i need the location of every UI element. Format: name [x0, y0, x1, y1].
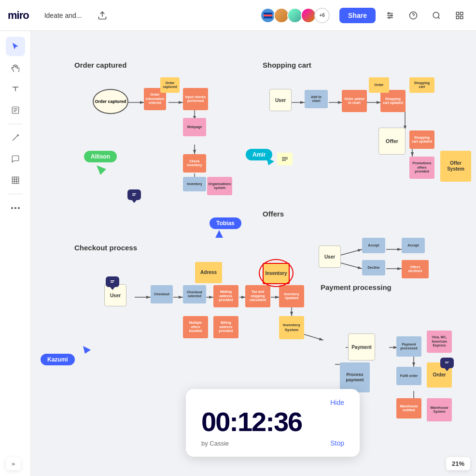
tobias-cursor-arrow: [215, 230, 223, 240]
checkout-selected-sticky[interactable]: Checkout selected: [183, 285, 206, 303]
amir-comment-icon[interactable]: [277, 153, 293, 165]
nav-arrows[interactable]: »: [6, 457, 21, 470]
share-button[interactable]: Share: [339, 8, 376, 23]
line-tool[interactable]: [6, 128, 25, 147]
tax-shipping-sticky[interactable]: Tax and shipping calculated: [245, 285, 270, 307]
order-captured-oval[interactable]: Order captured: [93, 89, 128, 114]
mailing-address-sticky[interactable]: Mailing address provided: [213, 285, 238, 307]
shopping-cart-updated-sticky[interactable]: Shopping cart updated: [380, 90, 406, 112]
svg-rect-14: [456, 12, 459, 14]
fulfil-order-sticky[interactable]: Fulfil order: [396, 367, 421, 385]
offer-system-sticky[interactable]: Offer System: [440, 151, 471, 182]
svg-point-8: [391, 14, 392, 16]
svg-marker-67: [215, 230, 223, 238]
more-tools[interactable]: [6, 198, 25, 217]
promotions-sticky[interactable]: Promotions offers provided: [409, 157, 434, 179]
svg-point-9: [389, 17, 390, 18]
svg-marker-68: [83, 346, 91, 354]
help-icon[interactable]: [405, 7, 422, 24]
order-captured-sticky[interactable]: Order captured: [160, 77, 180, 93]
decline-sticky[interactable]: Decline: [362, 260, 385, 275]
inventory-circle: [259, 259, 294, 287]
input-checks-sticky[interactable]: Input checks performed: [183, 88, 208, 110]
timer-panel: Hide 00:12:36 by Cassie Stop: [186, 389, 360, 457]
checkout-process-label: Checkout process: [74, 244, 137, 252]
hand-tool[interactable]: [6, 58, 25, 77]
billing-address-sticky[interactable]: Billing address provided: [213, 316, 238, 338]
organisations-sticky[interactable]: Organisations system: [207, 177, 232, 195]
kazumi-cursor-arrow: [83, 346, 91, 356]
svg-rect-15: [461, 12, 463, 14]
timer-display: 00:12:36: [201, 408, 344, 435]
order-top-sticky[interactable]: Order: [369, 77, 389, 93]
svg-line-13: [438, 17, 439, 18]
svg-point-12: [433, 12, 439, 18]
svg-line-22: [13, 135, 18, 141]
svg-point-28: [11, 207, 13, 209]
svg-point-30: [18, 207, 20, 209]
collaborators: +6: [262, 8, 330, 23]
shopping-cart-updated2-sticky[interactable]: Shopping cart updated: [409, 130, 434, 149]
frame-tool[interactable]: [6, 171, 25, 190]
offers-declined-sticky[interactable]: Offers declined: [402, 260, 429, 278]
menu-icon[interactable]: [451, 7, 468, 24]
inventory-system-sticky[interactable]: Inventory System: [279, 316, 304, 339]
add-to-cart-sticky[interactable]: Add to chart: [305, 90, 328, 108]
cursor-tool[interactable]: [6, 37, 25, 56]
visa-mc-sticky[interactable]: Visa, MC, American Express: [427, 331, 452, 353]
address-sticky[interactable]: Adress: [195, 262, 222, 283]
user-shopping-rect[interactable]: User: [269, 89, 292, 111]
header: miro Ideate and... +6 Share: [0, 0, 476, 31]
avatar-plus[interactable]: +6: [314, 8, 330, 23]
offers-label: Offers: [263, 210, 284, 218]
allison-cursor: Allison: [84, 151, 117, 162]
shopping-cart-top-sticky[interactable]: Shopping cart: [409, 77, 434, 93]
svg-point-7: [388, 13, 390, 14]
payment-processing-label: Payment processing: [321, 283, 392, 291]
user-offers-rect[interactable]: User: [319, 245, 341, 268]
amir-cursor-arrow: [266, 158, 274, 167]
settings-icon[interactable]: [381, 7, 399, 24]
allison-comment[interactable]: [127, 189, 141, 200]
zoom-indicator[interactable]: 21%: [446, 457, 470, 470]
timer-stop-button[interactable]: Stop: [330, 439, 344, 447]
warehouse-system-sticky[interactable]: Warehouse System: [427, 398, 452, 421]
webpage-sticky[interactable]: Webpage: [183, 118, 206, 136]
svg-rect-16: [456, 16, 459, 18]
multiple-offers-sticky[interactable]: Multiple offers bundled: [183, 316, 208, 338]
upload-button[interactable]: [94, 7, 111, 24]
search-icon[interactable]: [428, 7, 445, 24]
process-payment-box[interactable]: Process payment: [340, 362, 370, 392]
warehouse-notified-sticky[interactable]: Warehouse notified: [396, 398, 421, 418]
inventory-label-sticky[interactable]: Inventory: [183, 177, 206, 191]
svg-rect-3: [264, 14, 272, 16]
svg-marker-63: [266, 158, 274, 165]
comment-bubble-order[interactable]: [440, 358, 454, 368]
check-inventory-sticky[interactable]: Check inventory: [183, 154, 206, 173]
miro-logo: miro: [8, 9, 29, 22]
checkout-sticky[interactable]: Checkout: [151, 285, 173, 303]
order-added-sticky[interactable]: Order added to chart: [342, 90, 367, 112]
payment-rect[interactable]: Payment: [348, 333, 375, 361]
inventory-updated-sticky[interactable]: Inventory Updated: [279, 285, 304, 307]
allison-cursor-arrow: [97, 165, 106, 177]
svg-rect-17: [461, 16, 463, 18]
checkout-comment[interactable]: [106, 276, 119, 287]
user-checkout-rect[interactable]: User: [104, 284, 126, 306]
accept-sticky[interactable]: Accept: [362, 238, 385, 253]
timer-hide-button[interactable]: Hide: [330, 399, 344, 406]
kazumi-cursor: Kazumi: [41, 354, 75, 365]
tobias-cursor: Tobias: [210, 217, 241, 229]
board-name[interactable]: Ideate and...: [39, 9, 88, 22]
sticky-note-tool[interactable]: [6, 101, 25, 120]
svg-rect-23: [12, 177, 19, 184]
comment-tool[interactable]: [6, 149, 25, 169]
text-tool[interactable]: [6, 79, 25, 99]
left-toolbar: [0, 31, 31, 476]
timer-by-label: by Cassie: [201, 440, 229, 447]
shopping-cart-label: Shopping cart: [263, 61, 311, 69]
svg-point-29: [14, 207, 16, 209]
accept-result-sticky[interactable]: Accept: [402, 238, 425, 253]
payment-processed-sticky[interactable]: Payment processed: [396, 336, 421, 357]
offer-rect[interactable]: Offer: [378, 128, 406, 155]
